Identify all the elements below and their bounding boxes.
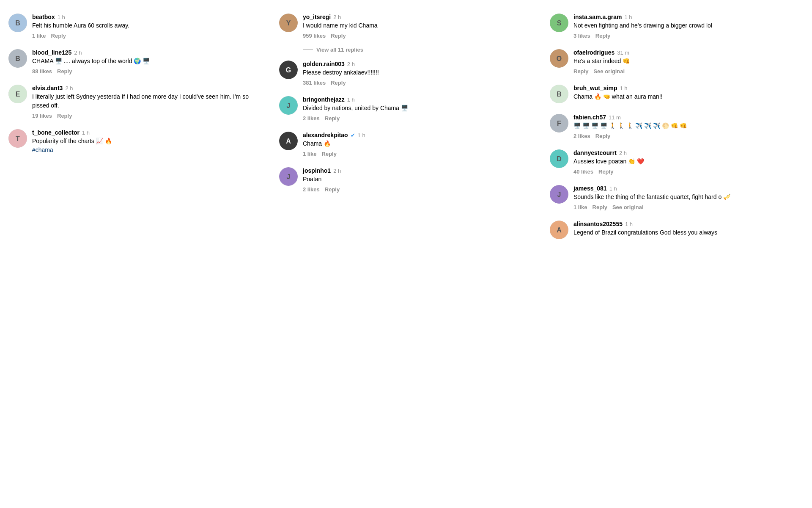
comment-time: 1 h xyxy=(82,130,90,136)
comment-body: golden.rain0032 hPlease destroy ankalaev… xyxy=(303,61,533,86)
reply-button[interactable]: Reply xyxy=(595,133,610,139)
comment-header: bruh_wut_simp1 h xyxy=(573,85,804,91)
likes-count: 40 likes xyxy=(573,168,593,175)
reply-button[interactable]: Reply xyxy=(331,33,346,39)
avatar: A xyxy=(279,132,298,150)
comment-header: beatbox1 h xyxy=(32,14,262,20)
username: blood_line125 xyxy=(32,49,71,56)
comment-alison_santos: A alinsantos2025551 hLegend of Brazil co… xyxy=(550,215,804,245)
username: jamess_081 xyxy=(573,185,607,192)
username: yo_itsregi xyxy=(303,14,331,20)
svg-text:D: D xyxy=(557,155,562,163)
username: elvis.dant3 xyxy=(32,85,63,91)
likes-count: 2 likes xyxy=(573,133,590,139)
hashtag[interactable]: #chama xyxy=(32,146,53,153)
comment-header: insta.sam.a.gram1 h xyxy=(573,14,804,20)
reply-button[interactable]: Reply xyxy=(322,151,337,157)
reply-button[interactable]: Reply xyxy=(593,204,607,210)
avatar: S xyxy=(550,14,568,32)
comment-actions: 3 likesReply xyxy=(573,33,804,39)
comment-text: I literally just left Sydney yesterda If… xyxy=(32,92,262,110)
comment-text: Chama 🔥 xyxy=(303,139,533,148)
comment-actions: 2 likesReply xyxy=(573,133,804,139)
comment-actions: 88 likesReply xyxy=(32,68,262,75)
reply-button[interactable]: Reply xyxy=(51,33,66,39)
replies-line xyxy=(303,50,313,50)
comment-body: bruh_wut_simp1 hChama 🔥 🤜 what an aura m… xyxy=(573,85,804,104)
avatar: Y xyxy=(279,14,298,32)
comment-text: Sounds like the thing of the fantastic q… xyxy=(573,193,804,202)
comment-header: dannyestcourrt2 h xyxy=(573,149,804,156)
comment-text: Poatan xyxy=(303,175,533,184)
reply-button[interactable]: Reply xyxy=(331,80,346,86)
avatar: G xyxy=(279,61,298,79)
comment-time: 1 h xyxy=(609,185,617,192)
svg-text:B: B xyxy=(15,55,20,62)
comment-text: Divided by nations, united by Chama 🖥️ xyxy=(303,104,533,113)
avatar: J xyxy=(279,167,298,186)
reply-button[interactable]: Reply xyxy=(57,113,72,119)
reply-button[interactable]: Reply xyxy=(325,115,340,121)
comment-body: jamess_0811 hSounds like the thing of th… xyxy=(573,185,804,210)
likes-count: 1 like xyxy=(573,204,587,210)
comment-time: 2 h xyxy=(74,50,82,56)
comment-text: Please destroy ankalaev!!!!!!! xyxy=(303,68,533,77)
comment-body: fabien.ch5711 m🖥️ 🖥️ 🖥️ 🖥️ 🚶 🚶 🚶 ✈️ ✈️ ✈… xyxy=(573,114,804,139)
reply-button[interactable]: Reply xyxy=(595,33,610,39)
comment-time: 2 h xyxy=(619,150,627,156)
username: alexandrekpitao xyxy=(303,132,348,138)
avatar: B xyxy=(550,85,568,103)
svg-text:E: E xyxy=(16,91,20,98)
view-replies[interactable]: View all 11 replies xyxy=(303,47,533,53)
comment-body: elvis.dant32 hI literally just left Sydn… xyxy=(32,85,262,119)
likes-count: 959 likes xyxy=(303,33,326,39)
comment-ofaelrodrigues: O ofaelrodrigues31 mHe's a star indeed 👊… xyxy=(550,44,804,80)
comment-body: insta.sam.a.gram1 hNot even fighting and… xyxy=(573,14,804,39)
svg-text:J: J xyxy=(287,173,291,180)
reply-button[interactable]: Reply xyxy=(598,168,613,175)
comment-actions: 959 likesReply xyxy=(303,33,533,39)
comment-time: 2 h xyxy=(347,61,355,67)
comment-body: alexandrekpitao✔1 hChama 🔥1 likeReply xyxy=(303,132,533,157)
verified-badge: ✔ xyxy=(351,132,355,138)
comment-header: t_bone_collector1 h xyxy=(32,129,262,136)
reply-button[interactable]: Reply xyxy=(57,68,72,75)
svg-text:O: O xyxy=(557,55,562,62)
comment-body: alinsantos2025551 hLegend of Brazil cong… xyxy=(573,221,804,240)
comment-header: ofaelrodrigues31 m xyxy=(573,49,804,56)
comment-time: 11 m xyxy=(609,114,621,121)
svg-text:G: G xyxy=(286,66,291,74)
avatar: F xyxy=(550,114,568,133)
username: alinsantos202555 xyxy=(573,221,623,227)
comment-text: He's a star indeed 👊 xyxy=(573,57,804,66)
comment-text: Chama 🔥 🤜 what an aura man!! xyxy=(573,92,804,101)
comment-time: 2 h xyxy=(333,14,341,20)
comment-actions: 1 likeReplySee original xyxy=(573,204,804,210)
reply-button[interactable]: Reply xyxy=(573,68,588,75)
svg-text:A: A xyxy=(286,138,291,145)
see-original-button[interactable]: See original xyxy=(593,68,625,75)
comment-time: 2 h xyxy=(65,85,73,91)
username: bringonthejazz xyxy=(303,96,345,103)
svg-text:J: J xyxy=(287,102,291,109)
comment-header: blood_line1252 h xyxy=(32,49,262,56)
svg-text:J: J xyxy=(557,191,561,198)
comment-alexandrekpitao: A alexandrekpitao✔1 hChama 🔥1 likeReply xyxy=(279,127,533,162)
comment-header: jamess_0811 h xyxy=(573,185,804,192)
avatar: J xyxy=(279,96,298,115)
likes-count: 2 likes xyxy=(303,115,320,121)
comment-actions: 19 likesReply xyxy=(32,113,262,119)
avatar: B xyxy=(8,49,27,68)
username: beatbox xyxy=(32,14,55,20)
comment-time: 2 h xyxy=(333,168,341,174)
reply-button[interactable]: Reply xyxy=(325,186,340,193)
svg-text:F: F xyxy=(557,120,561,127)
username: ofaelrodrigues xyxy=(573,49,614,56)
see-original-button[interactable]: See original xyxy=(612,204,644,210)
comment-text: Popularity off the charts 📈 🔥#chama xyxy=(32,137,262,155)
username: t_bone_collector xyxy=(32,129,80,136)
comment-dannyestcourrt: D dannyestcourrt2 hAussies love poatan 👏… xyxy=(550,144,804,180)
comment-actions: 381 likesReply xyxy=(303,80,533,86)
comment-text: Not even fighting and he's drawing a big… xyxy=(573,21,804,30)
column-right: S insta.sam.a.gram1 hNot even fighting a… xyxy=(550,8,804,245)
